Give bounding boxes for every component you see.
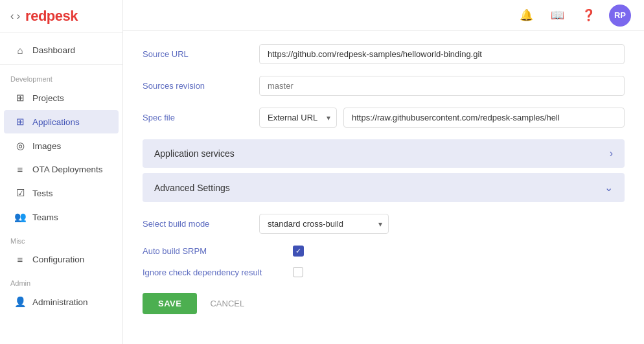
sidebar-item-label: Dashboard	[32, 45, 75, 55]
application-services-chevron: ›	[610, 148, 613, 159]
sidebar-item-dashboard[interactable]: ⌂ Dashboard	[4, 39, 119, 62]
source-url-row: Source URL	[143, 44, 625, 64]
sidebar-item-administration[interactable]: 👤 Administration	[4, 290, 119, 314]
spec-file-select-wrap: External URL Internal Auto	[259, 108, 337, 128]
source-url-input[interactable]	[259, 44, 625, 64]
config-icon: ≡	[14, 254, 26, 265]
source-url-wrap	[259, 44, 625, 64]
sources-revision-label: Sources revision	[143, 76, 246, 91]
advanced-settings-header[interactable]: Advanced Settings ⌄	[143, 173, 625, 202]
applications-icon: ⊞	[14, 116, 26, 128]
save-button[interactable]: SAVE	[143, 293, 197, 314]
home-icon: ⌂	[14, 45, 26, 56]
main: 🔔 📖 ❓ RP Source URL Sources revision	[123, 0, 644, 344]
content-inner: Source URL Sources revision Spec file	[123, 31, 644, 344]
build-mode-label: Select build mode	[143, 214, 246, 229]
build-mode-select-wrap: standard cross-build native build cross-…	[259, 214, 389, 234]
projects-icon: ⊞	[14, 92, 26, 104]
spec-file-row: Spec file External URL Internal Auto htt…	[143, 108, 625, 128]
sidebar-item-label: Images	[32, 141, 61, 151]
advanced-settings-body: Select build mode standard cross-build n…	[143, 202, 625, 321]
build-mode-select[interactable]: standard cross-build native build cross-…	[259, 214, 389, 234]
spec-url-display: https://raw.githubusercontent.com/redpes…	[343, 108, 625, 128]
advanced-settings-chevron: ⌄	[604, 181, 613, 194]
teams-icon: 👥	[14, 211, 26, 223]
ota-icon: ≡	[14, 164, 26, 175]
sidebar-item-label: Projects	[32, 93, 64, 103]
avatar[interactable]: RP	[609, 5, 631, 27]
sidebar-toggle-button[interactable]: ‹ ›	[10, 10, 20, 22]
sidebar-item-ota-deployments[interactable]: ≡ OTA Deployments	[4, 158, 119, 181]
spec-file-label: Spec file	[143, 108, 246, 122]
build-mode-wrap: standard cross-build native build cross-…	[259, 214, 625, 234]
action-row: SAVE CANCEL	[143, 293, 625, 314]
sidebar-item-applications[interactable]: ⊞ Applications	[4, 110, 119, 133]
sidebar-item-images[interactable]: ◎ Images	[4, 134, 119, 157]
sidebar-item-teams[interactable]: 👥 Teams	[4, 205, 119, 229]
application-services-header[interactable]: Application services ›	[143, 139, 625, 168]
sources-revision-input[interactable]	[259, 76, 625, 96]
auto-build-srpm-label: Auto build SRPM	[143, 246, 285, 256]
sidebar-header: ‹ › redpesk	[0, 0, 122, 33]
spec-file-wrap: External URL Internal Auto https://raw.g…	[259, 108, 625, 128]
admin-icon: 👤	[14, 296, 26, 308]
sources-revision-wrap	[259, 76, 625, 96]
logo: redpesk	[25, 8, 78, 25]
sidebar-item-label: OTA Deployments	[32, 165, 103, 174]
ignore-check-label: Ignore check dependency result	[143, 268, 285, 277]
tests-icon: ☑	[14, 187, 26, 199]
sidebar-item-label: Applications	[32, 117, 80, 127]
source-url-label: Source URL	[143, 44, 246, 59]
images-icon: ◎	[14, 140, 26, 152]
application-services-title: Application services	[154, 148, 235, 159]
advanced-settings-accordion: Advanced Settings ⌄ Select build mode st…	[143, 173, 625, 321]
sidebar-item-label: Administration	[32, 297, 88, 307]
build-mode-row: Select build mode standard cross-build n…	[143, 214, 625, 234]
section-label-development: Development	[0, 67, 122, 86]
auto-build-srpm-checkbox[interactable]: ✓	[293, 246, 304, 257]
ignore-check-checkbox[interactable]	[293, 267, 303, 277]
sources-revision-row: Sources revision	[143, 76, 625, 96]
notifications-button[interactable]: 🔔	[516, 5, 536, 26]
auto-build-srpm-row: Auto build SRPM ✓	[143, 246, 625, 257]
sidebar-item-label: Configuration	[32, 255, 84, 264]
book-button[interactable]: 📖	[547, 5, 568, 26]
section-label-admin: Admin	[0, 271, 122, 290]
sidebar-item-configuration[interactable]: ≡ Configuration	[4, 248, 119, 271]
application-services-accordion: Application services ›	[143, 139, 625, 168]
advanced-settings-title: Advanced Settings	[154, 183, 230, 193]
topbar: 🔔 📖 ❓ RP	[123, 0, 644, 31]
cancel-button[interactable]: CANCEL	[205, 293, 249, 314]
sidebar: ‹ › redpesk ⌂ Dashboard Development ⊞ Pr…	[0, 0, 123, 344]
sidebar-item-label: Teams	[32, 212, 58, 222]
help-button[interactable]: ❓	[578, 5, 599, 26]
ignore-check-row: Ignore check dependency result	[143, 267, 625, 277]
sidebar-nav: ⌂ Dashboard Development ⊞ Projects ⊞ App…	[0, 33, 122, 344]
spec-file-select[interactable]: External URL Internal Auto	[259, 108, 337, 128]
sidebar-item-tests[interactable]: ☑ Tests	[4, 181, 119, 205]
content-area: Source URL Sources revision Spec file	[123, 31, 644, 344]
sidebar-item-label: Tests	[32, 189, 53, 198]
sidebar-item-projects[interactable]: ⊞ Projects	[4, 86, 119, 109]
section-label-misc: Misc	[0, 229, 122, 247]
